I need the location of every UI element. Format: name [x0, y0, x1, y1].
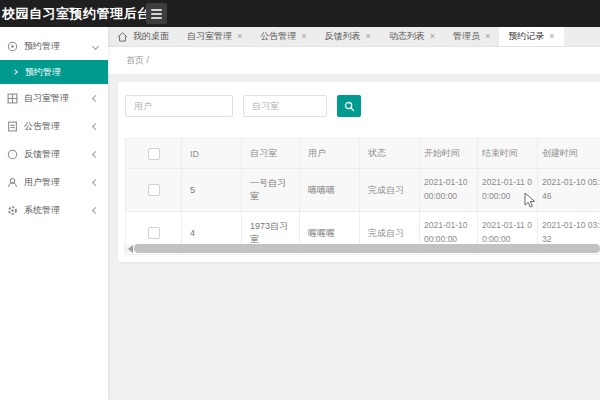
- column-header-status: 状态: [360, 139, 420, 169]
- cell-end-time: 2021-01-11 00:00:00: [478, 169, 538, 212]
- tab-dynamic-list[interactable]: 动态列表 ×: [380, 27, 444, 46]
- sidebar-item-studyroom[interactable]: 自习室管理: [0, 84, 108, 112]
- window-icon: [7, 93, 18, 104]
- tab-studyroom-mgmt[interactable]: 自习室管理 ×: [178, 27, 251, 46]
- close-icon[interactable]: ×: [485, 32, 490, 41]
- app-title: 校园自习室预约管理后台: [2, 0, 151, 27]
- cell-user: 嘻嘻嘻: [300, 169, 360, 212]
- tab-label: 反馈列表: [325, 30, 361, 43]
- scrollbar-thumb[interactable]: [134, 244, 600, 253]
- cell-id: 5: [182, 169, 242, 212]
- sidebar-item-users[interactable]: 用户管理: [0, 168, 108, 196]
- search-form: [125, 95, 361, 117]
- close-icon[interactable]: ×: [366, 32, 371, 41]
- tab-feedback-list[interactable]: 反馈列表 ×: [316, 27, 380, 46]
- cell-create-time: 2021-01-10 05:20:46: [538, 169, 600, 212]
- chevron-left-icon: [92, 94, 99, 101]
- menu-toggle-button[interactable]: [146, 3, 167, 24]
- breadcrumb-bar: 首页 /: [108, 47, 600, 74]
- room-search-input[interactable]: [243, 95, 327, 117]
- tab-label: 动态列表: [389, 30, 425, 43]
- tab-announcement-mgmt[interactable]: 公告管理 ×: [251, 27, 315, 46]
- cell-status: 完成自习: [360, 169, 420, 212]
- tab-bar: 我的桌面 自习室管理 × 公告管理 × 反馈列表 × 动态列表 × 管理员 × …: [108, 27, 600, 47]
- tab-label: 我的桌面: [133, 30, 169, 43]
- column-header-create: 创建时间: [538, 139, 600, 169]
- chevron-right-icon: [12, 69, 18, 75]
- column-header-start: 开始时间: [420, 139, 478, 169]
- tab-label: 公告管理: [260, 30, 296, 43]
- scroll-left-arrow-icon[interactable]: [124, 245, 133, 253]
- cell-start-time: 2021-01-10 00:00:00: [420, 169, 478, 212]
- column-header-end: 结束时间: [478, 139, 538, 169]
- tab-admin[interactable]: 管理员 ×: [444, 27, 499, 46]
- records-card: ID 自习室 用户 状态 开始时间 结束时间 创建时间 5 一号自习室 嘻嘻嘻: [118, 82, 600, 262]
- comment-icon: [7, 149, 18, 160]
- horizontal-scrollbar[interactable]: [124, 244, 600, 253]
- breadcrumb[interactable]: 首页 /: [126, 47, 149, 74]
- sidebar-subitem-label: 预约管理: [25, 66, 61, 79]
- sidebar-item-system[interactable]: 系统管理: [0, 196, 108, 224]
- column-header-user: 用户: [300, 139, 360, 169]
- tab-label: 自习室管理: [187, 30, 232, 43]
- gear-icon: [7, 205, 18, 216]
- row-checkbox[interactable]: [148, 184, 160, 196]
- document-icon: [7, 121, 18, 132]
- top-header: 校园自习室预约管理后台: [0, 0, 600, 27]
- sidebar: 预约管理 预约管理 自习室管理 公告管理 反馈管理: [0, 27, 108, 400]
- chevron-down-icon: [92, 42, 99, 49]
- sidebar-item-announcement[interactable]: 公告管理: [0, 112, 108, 140]
- sidebar-item-label: 预约管理: [24, 40, 87, 53]
- tab-desktop[interactable]: 我的桌面: [108, 27, 178, 46]
- sidebar-subitem-reservation[interactable]: 预约管理: [0, 60, 108, 84]
- sidebar-item-label: 反馈管理: [24, 148, 87, 161]
- chevron-left-icon: [92, 178, 99, 185]
- sidebar-item-label: 用户管理: [24, 176, 87, 189]
- tab-label: 管理员: [453, 30, 480, 43]
- table-row: 5 一号自习室 嘻嘻嘻 完成自习 2021-01-10 00:00:00 202…: [126, 169, 600, 212]
- search-icon: [344, 101, 355, 112]
- home-icon: [117, 32, 128, 42]
- search-button[interactable]: [337, 95, 361, 117]
- chevron-left-icon: [92, 206, 99, 213]
- cell-room: 一号自习室: [242, 169, 300, 212]
- app-window: 校园自习室预约管理后台 预约管理 预约管理 自习室管理: [0, 0, 600, 400]
- clock-icon: [7, 41, 18, 52]
- close-icon[interactable]: ×: [301, 32, 306, 41]
- sidebar-item-feedback[interactable]: 反馈管理: [0, 140, 108, 168]
- close-icon[interactable]: ×: [430, 32, 435, 41]
- user-search-input[interactable]: [125, 95, 233, 117]
- row-checkbox[interactable]: [148, 227, 160, 239]
- close-icon[interactable]: ×: [237, 32, 242, 41]
- table-header-row: ID 自习室 用户 状态 开始时间 结束时间 创建时间: [126, 139, 600, 169]
- user-icon: [7, 177, 18, 188]
- column-header-room: 自习室: [242, 139, 300, 169]
- chevron-left-icon: [92, 122, 99, 129]
- sidebar-item-label: 系统管理: [24, 204, 87, 217]
- sidebar-item-reservation[interactable]: 预约管理: [0, 32, 108, 60]
- records-table: ID 自习室 用户 状态 开始时间 结束时间 创建时间 5 一号自习室 嘻嘻嘻: [125, 138, 600, 255]
- close-icon[interactable]: ×: [549, 32, 554, 41]
- sidebar-item-label: 自习室管理: [24, 92, 87, 105]
- select-all-checkbox[interactable]: [148, 148, 160, 160]
- hamburger-icon: [151, 9, 162, 11]
- chevron-left-icon: [92, 150, 99, 157]
- tab-reservation-records[interactable]: 预约记录 ×: [499, 27, 563, 46]
- column-header-id: ID: [182, 139, 242, 169]
- sidebar-item-label: 公告管理: [24, 120, 87, 133]
- records-table-wrap: ID 自习室 用户 状态 开始时间 结束时间 创建时间 5 一号自习室 嘻嘻嘻: [125, 138, 600, 255]
- tab-label: 预约记录: [508, 30, 544, 43]
